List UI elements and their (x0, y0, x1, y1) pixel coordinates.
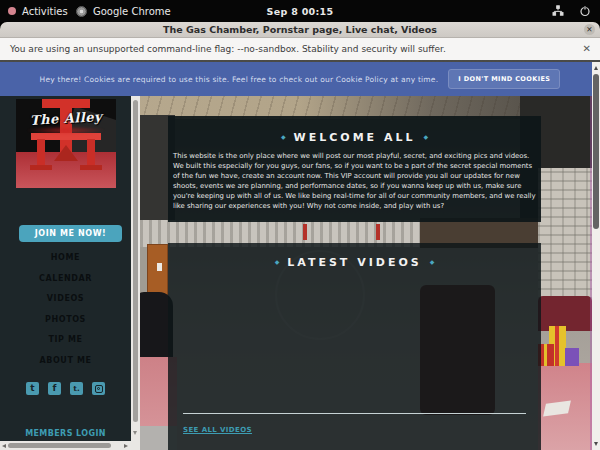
photo-region (157, 263, 162, 271)
sparkle-icon: ◆ (423, 133, 428, 140)
sidebar-nav: HOME CALENDAR VIDEOS PHOTOS TIP ME ABOUT… (0, 248, 131, 372)
network-tree-icon[interactable] (552, 5, 564, 17)
sidebar-horizontal-scrollbar[interactable] (0, 441, 131, 450)
latest-videos-title-text: LATEST VIDEOS (287, 256, 421, 269)
join-now-button[interactable]: JOIN ME NOW! (19, 225, 122, 242)
sparkle-icon: ◆ (275, 258, 280, 265)
site-logo[interactable]: The Alley (16, 99, 116, 188)
welcome-body-text: This website is the only place where we … (173, 152, 537, 211)
sidebar-vertical-scrollbar[interactable] (131, 96, 140, 441)
infobar-close-icon[interactable]: ✕ (583, 38, 591, 60)
cookie-accept-button[interactable]: I DON'T MIND COOKIES (448, 69, 560, 89)
sparkle-icon: ◆ (281, 133, 286, 140)
photo-region (303, 224, 307, 240)
members-login-link[interactable]: MEMBERS LOGIN (0, 429, 131, 438)
sidebar-content: The Alley JOIN ME NOW! HOME CALENDAR VID… (0, 96, 131, 441)
logo-art (87, 139, 95, 167)
instagram-frame (95, 385, 103, 393)
welcome-panel: ◆WELCOME ALL◆ This website is the only p… (168, 116, 541, 222)
page-vertical-scrollbar[interactable] (592, 62, 600, 450)
focused-app-menu[interactable]: Google Chrome (76, 0, 171, 22)
welcome-title-text: WELCOME ALL (294, 131, 416, 144)
power-icon[interactable] (579, 5, 591, 17)
chrome-icon (76, 6, 87, 17)
window-title: The Gas Chamber, Pornstar page, Live cha… (0, 22, 600, 37)
social-links: t f t. (0, 382, 131, 395)
panel-divider (183, 413, 526, 414)
logo-art (37, 139, 45, 167)
cookie-message: Hey there! Cookies are required to use t… (40, 75, 439, 84)
page-scrollbar-thumb[interactable] (593, 74, 599, 229)
sparkle-icon: ◆ (430, 258, 435, 265)
scroll-left-arrow[interactable] (2, 444, 6, 448)
sidebar-hscrollbar-thumb[interactable] (8, 443, 111, 448)
infobar-message: You are using an unsupported command-lin… (10, 38, 446, 60)
system-tray (552, 0, 591, 22)
see-all-videos-link[interactable]: SEE ALL VIDEOS (183, 426, 252, 434)
latest-videos-panel: ◆LATEST VIDEOS◆ SEE ALL VIDEOS (168, 243, 541, 450)
sidebar-scrollbar-thumb[interactable] (133, 100, 138, 422)
facebook-icon[interactable]: f (48, 382, 61, 395)
photo-region (538, 168, 592, 308)
scroll-up-arrow[interactable] (594, 66, 598, 70)
window-close-button[interactable]: ✕ (584, 24, 595, 35)
photo-region (376, 224, 380, 240)
page-viewport: Hey there! Cookies are required to use t… (0, 60, 600, 450)
gnome-top-bar: Activities Sep 8 00:15 Google Chrome (0, 0, 600, 22)
scroll-down-arrow[interactable] (594, 442, 598, 446)
focused-app-label: Google Chrome (93, 6, 171, 17)
sidebar-item-aboutme[interactable]: ABOUT ME (0, 351, 131, 372)
tumblr-icon[interactable]: t. (70, 382, 83, 395)
welcome-title: ◆WELCOME ALL◆ (168, 116, 541, 144)
chrome-infobar: You are using an unsupported command-lin… (0, 38, 600, 60)
scroll-down-arrow[interactable] (133, 431, 137, 435)
instagram-icon[interactable] (92, 382, 105, 395)
scroll-right-arrow[interactable] (124, 444, 128, 448)
twitter-icon[interactable]: t (26, 382, 39, 395)
sidebar: The Alley JOIN ME NOW! HOME CALENDAR VID… (0, 96, 140, 450)
sidebar-item-photos[interactable]: PHOTOS (0, 310, 131, 331)
logo-art (80, 165, 102, 170)
sidebar-item-tipme[interactable]: TIP ME (0, 330, 131, 351)
cookie-banner: Hey there! Cookies are required to use t… (0, 62, 600, 96)
photo-region (565, 348, 579, 366)
latest-videos-title: ◆LATEST VIDEOS◆ (168, 243, 541, 269)
sidebar-item-calendar[interactable]: CALENDAR (0, 269, 131, 290)
logo-art (30, 165, 52, 170)
sidebar-item-videos[interactable]: VIDEOS (0, 289, 131, 310)
window-title-bar[interactable]: The Gas Chamber, Pornstar page, Live cha… (0, 22, 600, 38)
desktop-screen: Activities Sep 8 00:15 Google Chrome The… (0, 0, 600, 450)
logo-art (54, 145, 78, 161)
instagram-lens (97, 387, 100, 390)
sidebar-item-home[interactable]: HOME (0, 248, 131, 269)
